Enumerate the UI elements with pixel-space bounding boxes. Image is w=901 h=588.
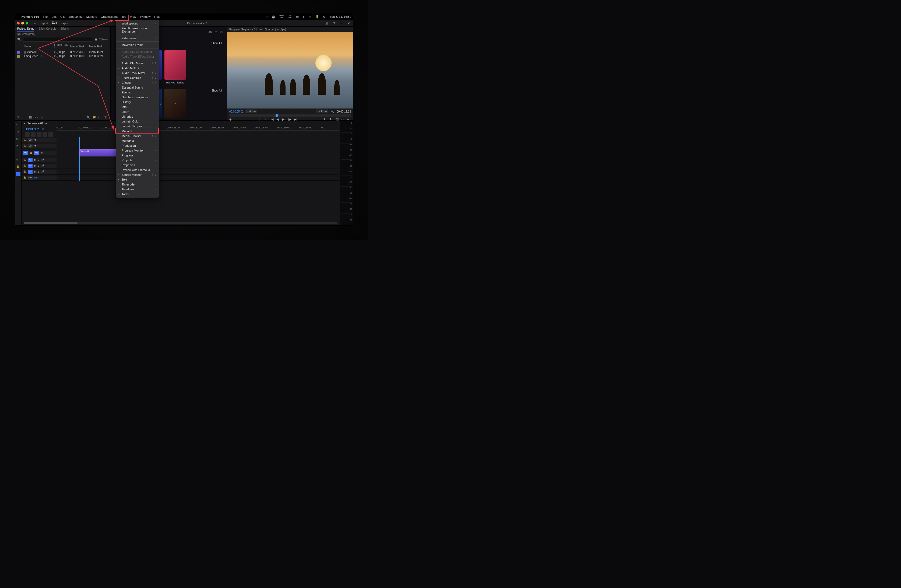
timeline-zoom-scrollbar[interactable] [24,222,337,224]
coffee-icon[interactable]: ☕ [271,15,275,19]
menu-item-review-with-frame-io[interactable]: Review with Frame.io [116,167,159,172]
ripple-tool[interactable]: ⇆ [16,137,20,141]
program-scrubber[interactable] [229,114,351,117]
settings-icon[interactable] [42,132,47,137]
menu-item-essential-sound[interactable]: Essential Sound [116,85,159,90]
audio-track[interactable]: 🔒A3MS🎤 [22,169,340,175]
menu-item-production[interactable]: Production [116,143,159,148]
marker-add-icon[interactable] [37,132,41,137]
tab-effect-controls[interactable]: Effect Controls [39,27,56,31]
preset-card[interactable]: ⚡Customize [164,89,186,123]
trash-icon[interactable]: 🗑 [104,115,108,119]
window-controls[interactable] [17,22,28,25]
search-input[interactable] [23,37,92,42]
workspace-icon[interactable]: ☰ [339,21,344,25]
close-icon[interactable] [17,22,20,25]
new-item-icon[interactable]: ▫ [98,115,102,119]
video-track[interactable]: 🔒V2👁 [22,143,340,149]
ws-export[interactable]: Export [61,22,69,25]
razor-tool[interactable]: ✂ [16,144,20,148]
timeline-ruler[interactable]: 00:0000:00:05:0000:00:10:0000:00:15:0000… [56,126,340,131]
audio-track[interactable]: 🔒A2MS🎤 [22,163,340,169]
menu-item-text[interactable]: ✓Text [116,177,159,182]
ws-import[interactable]: Import [40,22,48,25]
menu-item-lumetri-color[interactable]: Lumetri Color [116,119,159,124]
datetime[interactable]: Sun 3. 11. 16:52 [329,15,351,18]
find-icon[interactable]: 🔍 [86,115,90,119]
show-all-2[interactable]: Show All [212,89,222,92]
timeline-timecode[interactable]: 00:00:05:01 [22,126,56,132]
gear-icon[interactable]: ⚙ [220,30,223,34]
help-icon[interactable]: ? [215,30,217,34]
fit-select[interactable]: Fit [246,109,257,113]
menu-item-lumetri-scopes[interactable]: Lumetri Scopes [116,124,159,129]
wrench-icon[interactable]: 🔧 [331,110,334,113]
menu-item-history[interactable]: History [116,100,159,104]
menu-item-markers[interactable]: Markers [116,129,159,134]
menu-item-timecode[interactable]: Timecode [116,182,159,187]
video-track[interactable]: 🔒V3👁 [22,137,340,143]
hand-tool[interactable]: ✋ [16,165,20,169]
project-row[interactable]: ▤ Video 0125,00 fps00:16:33:0300:16:45:2… [15,50,110,54]
home-icon[interactable]: ⌂ [34,22,36,25]
program-viewer[interactable] [227,32,353,109]
audio-track[interactable]: 🔒Mix0,0 [22,175,340,181]
type-tool[interactable]: T [16,172,20,176]
preset-card[interactable]: Hip Hop Flashes [164,50,186,84]
link-icon[interactable] [31,132,36,137]
filter-icon[interactable]: ▤ [95,38,97,41]
menu-item-program-monitor[interactable]: Program Monitor› [116,148,159,153]
list-view-icon[interactable]: ☰ [23,115,27,119]
menu-sequence[interactable]: Sequence [69,15,83,18]
snap-icon[interactable] [25,132,30,137]
ws-edit[interactable]: Edit [52,21,57,25]
menu-item-info[interactable]: Info [116,104,159,109]
share-icon[interactable]: ⇧ [332,21,336,25]
minimize-icon[interactable] [21,22,24,25]
new-bin-icon[interactable]: 📁 [92,115,96,119]
menu-clip[interactable]: Clip [60,15,65,18]
menu-item-effects[interactable]: ✓Effects⇧ 7 [116,80,159,85]
menu-item-events[interactable]: Events [116,90,159,95]
gamepad-icon[interactable]: 🎮 [208,30,212,34]
menu-markers[interactable]: Markers [86,15,97,18]
menu-item-learn[interactable]: Learn [116,109,159,114]
freeform-icon[interactable]: ▭ [35,115,39,119]
program-title[interactable]: Program: Sequence 01 [229,28,257,31]
menu-item-workspaces[interactable]: Workspaces› [116,21,159,26]
quick-export-icon[interactable]: ⍰ [324,21,329,25]
project-row[interactable]: ⎗ Sequence 0125,00 fps00:00:00:0000:00:1… [15,54,110,58]
menu-item-audio-meters[interactable]: ✓Audio Meters [116,66,159,70]
selection-tool[interactable]: ↖ [16,123,20,127]
menu-item-maximize-frame[interactable]: Maximize Frame [116,42,159,47]
icon-view-icon[interactable]: ▦ [29,115,33,119]
sequence-tab[interactable]: Sequence 01 [28,122,43,125]
pen-tool[interactable]: ✎ [16,158,20,162]
control-center-icon[interactable]: ⚙ [323,15,326,19]
menu-help[interactable]: Help [154,15,161,18]
menu-window[interactable]: Window [140,15,150,18]
tab-project[interactable]: Project: Demo [17,27,34,31]
screen-icon[interactable]: ▭ [296,15,299,19]
audio-track[interactable]: 🔒A1MS🎤 [22,157,340,163]
auto-seq-icon[interactable]: ▭ [81,115,84,119]
track-select-tool[interactable]: ⇥ [16,130,20,134]
video-track[interactable]: V1🔒V1👁Video 01 [22,149,340,157]
menu-item-projects[interactable]: Projects› [116,158,159,162]
program-timecode[interactable]: 00:00:05:01 [229,110,243,113]
full-select[interactable]: Full [316,109,328,113]
zoom-slider[interactable]: ○——— [41,115,45,119]
menu-edit[interactable]: Edit [51,15,56,18]
show-all-1[interactable]: Show All [212,42,222,45]
menu-item-audio-track-mixer[interactable]: Audio Track Mixer⇧ 6 [116,70,159,75]
add-btn-icon[interactable]: + [347,118,351,122]
battery-icon[interactable]: 🔋 [315,15,319,19]
menu-item-extensions[interactable]: Extensions› [116,36,159,41]
wrench-tl-icon[interactable] [48,132,53,137]
menu-item-tools[interactable]: ✓Tools [116,192,159,197]
menu-item-effect-controls[interactable]: ✓Effect Controls⇧ 5 [116,75,159,80]
fullscreen-icon[interactable]: ⤢ [265,15,268,19]
menu-item-source-monitor[interactable]: ✓Source Monitor⇧ 2 [116,172,159,177]
menu-item-timelines[interactable]: Timelines› [116,187,159,192]
menu-view[interactable]: View [130,15,136,18]
